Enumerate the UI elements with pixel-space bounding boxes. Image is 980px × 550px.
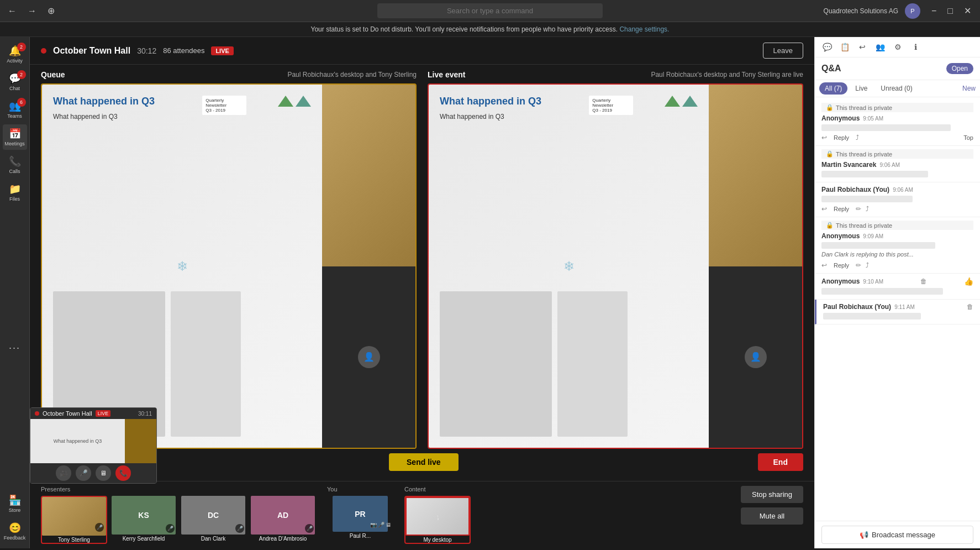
kerry-name: Kerry Searchfield [123,536,165,542]
sidebar-label-store: Store [9,507,21,513]
user-avatar[interactable]: P [905,3,920,19]
sidebar-item-chat[interactable]: 💬 Chat 2 [3,69,27,95]
new-tab-button[interactable]: ⊕ [44,3,58,18]
close-button[interactable]: ✕ [960,4,976,17]
you-tile: PR Paul R... 📷 🎤 🖥 [327,496,393,539]
sidebar-item-teams[interactable]: 👥 Teams 6 [3,97,27,122]
share-icon-4[interactable]: ⤴ [866,261,869,269]
sidebar-item-more[interactable]: ··· [3,339,27,357]
broadcast-button[interactable]: 📢 Broadcast message [821,526,973,544]
qa-reply-btn-4[interactable]: Reply [831,261,851,270]
qa-private-4: 🔒 This thread is private [821,221,973,230]
live-event-section: Live event Paul Robichaux's desktop and … [428,70,803,449]
qa-reply-btn-1[interactable]: Reply [831,133,851,142]
back-button[interactable]: ← [4,4,20,18]
presenters-label: Presenters [41,486,316,493]
qa-toggle-button[interactable]: Open [946,63,973,74]
title-bar-right: Quadrotech Solutions AG P − □ ✕ [824,3,976,19]
slide-inner2-block [171,291,241,437]
you-cam-icon[interactable]: 📷 [370,522,377,528]
qa-header: Q&A Open [815,57,980,80]
forward-button[interactable]: → [24,4,40,18]
snowflake-icon: ❄ [177,259,188,274]
live-slide-subtitle: What happened in Q3 [440,113,698,121]
you-mic-icon[interactable]: 🎤 [378,522,384,528]
sidebar-item-files[interactable]: 📁 Files [3,180,27,205]
you-share-icon[interactable]: 🖥 [386,522,391,528]
sidebar-label-feedback: Feedback [4,535,26,541]
search-input[interactable] [377,3,603,18]
share-icon-1[interactable]: ⤴ [856,134,859,142]
tab-unread[interactable]: Unread (0) [875,82,918,95]
mute-all-button[interactable]: Mute all [741,507,803,525]
qa-item-header-2: Martin Svancarek 9:06 AM [821,161,973,169]
fp-share-btn[interactable]: 🖥 [96,465,111,481]
qa-icon-notes[interactable]: 📋 [837,39,852,55]
reply-arrow-4: ↩ [821,261,827,269]
tab-all[interactable]: All (7) [819,82,847,95]
deco-teal-icon [296,96,311,107]
trash-icon-6[interactable]: 🗑 [967,303,973,311]
minimize-button[interactable]: − [927,4,941,17]
fp-mic-btn[interactable]: 🎤 [76,465,91,481]
qa-icon-chat[interactable]: 💬 [819,39,835,55]
deco-green-icon [278,96,293,107]
qa-actions-1: ↩ Reply ⤴ Top [821,133,973,142]
reply-arrow-1: ↩ [821,134,827,142]
qa-icon-settings[interactable]: ⚙ [890,39,905,55]
restore-button[interactable]: □ [943,4,957,17]
lock-icon-2: 🔒 [826,150,834,158]
send-live-button[interactable]: Send live [389,453,458,471]
content-thumb-inner [407,498,468,535]
fp-video-btn[interactable]: 🎥 [56,465,71,481]
sidebar-item-feedback[interactable]: 😊 Feedback [3,518,27,544]
stop-sharing-button[interactable]: Stop sharing [741,486,803,503]
sidebar-item-activity[interactable]: 🔔 Activity 2 [3,41,27,67]
title-bar: ← → ⊕ Quadrotech Solutions AG P − □ ✕ [0,0,980,22]
leave-button[interactable]: Leave [763,43,803,59]
sidebar-item-store[interactable]: 🏪 Store [3,491,27,516]
sidebar-item-meetings[interactable]: 📅 Meetings [3,124,27,150]
live-snowflake-icon: ❄ [563,259,575,274]
presenters-bar: Presenters Tony Sterling 🎤 KS [30,481,814,548]
qa-new-button[interactable]: New [962,85,976,92]
dan-name: Dan Clark [201,536,225,542]
sidebar-item-calls[interactable]: 📞 Calls [3,152,27,177]
feedback-icon: 😊 [9,522,21,534]
qa-item-header-5: Anonymous 9:10 AM 🗑 👍 [821,277,973,286]
edit-icon-3[interactable]: ✏ [856,205,861,213]
qa-author-6: Paul Robichaux (You) [823,303,891,311]
live-slide-decorations [665,96,698,107]
status-bar: Your status is set to Do not disturb. Yo… [0,22,980,37]
calls-icon: 📞 [9,155,21,167]
sidebar: 🔔 Activity 2 💬 Chat 2 👥 Teams 6 📅 Meetin… [0,37,30,548]
you-label: You [327,486,393,493]
qa-reply-btn-3[interactable]: Reply [831,205,851,213]
qa-icon-info[interactable]: ℹ [908,39,923,55]
trash-icon-5[interactable]: 🗑 [920,277,927,285]
you-section: You PR Paul R... 📷 🎤 🖥 [327,486,393,539]
queue-video-frame: What happened in Q3 What happened in Q3 … [41,83,417,449]
qa-top-btn-1[interactable]: Top [963,134,973,141]
tab-live[interactable]: Live [850,82,873,95]
edit-icon-4[interactable]: ✏ [856,261,861,269]
qa-icon-reply[interactable]: ↩ [855,39,870,55]
qa-footer: 📢 Broadcast message [815,521,980,548]
qa-icon-participants[interactable]: 👥 [872,39,888,55]
share-icon-3[interactable]: ⤴ [866,205,869,213]
live-video-frame: What happened in Q3 What happened in Q3 … [428,83,803,449]
attendees-count: 86 attendees [163,46,204,55]
content-label: Content [404,486,471,493]
activity-badge: 2 [17,43,26,51]
qa-author-3: Paul Robichaux (You) [821,186,889,193]
status-message: Your status is set to Do not disturb. Yo… [311,25,618,33]
presenter-tile-tony: Tony Sterling 🎤 [41,496,107,544]
like-icon-5[interactable]: 👍 [964,277,973,286]
end-button[interactable]: End [758,453,803,471]
change-settings-link[interactable]: Change settings. [619,25,669,33]
fp-hangup-btn[interactable]: 📞 [115,465,131,481]
qa-time-6: 9:11 AM [894,304,915,310]
queue-slide-decorations [278,96,311,107]
floating-preview-header: October Town Hall LIVE 30:11 [30,408,156,419]
queue-presenter-avatar: 👤 [322,266,415,448]
